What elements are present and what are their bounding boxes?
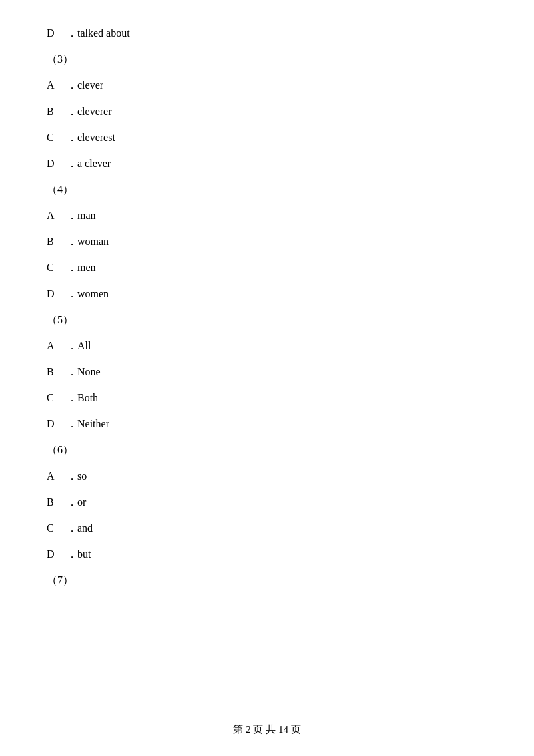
option-letter: D [47, 288, 67, 300]
option-text: woman [77, 236, 109, 248]
option-dot: ． [67, 105, 77, 119]
option-d-talked-about: D ． talked about [40, 27, 494, 41]
question-7-number: （7） [40, 574, 494, 588]
question-6-number: （6） [40, 443, 494, 457]
q5-option-b: B ． None [40, 365, 494, 379]
q6-option-b: B ． or [40, 496, 494, 510]
option-letter: B [47, 366, 67, 378]
option-letter: D [47, 27, 67, 39]
option-dot: ． [67, 339, 77, 353]
q4-option-a: A ． man [40, 209, 494, 223]
option-dot: ． [67, 417, 77, 431]
option-dot: ． [67, 235, 77, 249]
option-letter: C [47, 262, 67, 274]
question-4-number: （4） [40, 183, 494, 197]
option-dot: ． [67, 131, 77, 145]
option-letter: D [47, 548, 67, 560]
option-dot: ． [67, 469, 77, 484]
option-dot: ． [67, 157, 77, 171]
option-text: talked about [77, 27, 130, 39]
option-letter: C [47, 132, 67, 144]
option-dot: ． [67, 79, 77, 93]
q5-option-c: C ． Both [40, 391, 494, 405]
q6-option-a: A ． so [40, 469, 494, 484]
option-text: so [77, 470, 87, 482]
option-letter: C [47, 392, 67, 404]
page-footer: 第 2 页 共 14 页 [0, 723, 534, 736]
option-text: a clever [77, 158, 111, 170]
option-text: All [77, 340, 91, 352]
option-letter: A [47, 340, 67, 352]
option-letter: A [47, 470, 67, 482]
option-text: clever [77, 79, 103, 91]
option-dot: ． [67, 391, 77, 405]
option-letter: A [47, 79, 67, 91]
option-dot: ． [67, 522, 77, 536]
q6-option-c: C ． and [40, 522, 494, 536]
option-text: None [77, 366, 101, 378]
option-text: or [77, 496, 86, 508]
q6-option-d: D ． but [40, 548, 494, 562]
q4-option-d: D ． women [40, 287, 494, 301]
option-dot: ． [67, 496, 77, 510]
option-dot: ． [67, 287, 77, 301]
question-5-number: （5） [40, 313, 494, 327]
option-letter: D [47, 418, 67, 430]
q3-option-b: B ． cleverer [40, 105, 494, 119]
option-letter: C [47, 522, 67, 534]
question-3-number: （3） [40, 53, 494, 67]
q4-option-b: B ． woman [40, 235, 494, 249]
option-text: men [77, 262, 96, 274]
option-text: Both [77, 392, 98, 404]
q4-option-c: C ． men [40, 261, 494, 275]
q3-option-d: D ． a clever [40, 157, 494, 171]
option-text: Neither [77, 418, 109, 430]
option-letter: A [47, 210, 67, 222]
option-letter: B [47, 106, 67, 118]
option-letter: B [47, 496, 67, 508]
q5-option-a: A ． All [40, 339, 494, 353]
option-letter: B [47, 236, 67, 248]
option-text: and [77, 522, 93, 534]
option-dot: ． [67, 261, 77, 275]
option-text: man [77, 210, 96, 222]
option-text: women [77, 288, 109, 300]
option-text: cleverer [77, 106, 112, 118]
option-letter: D [47, 158, 67, 170]
q5-option-d: D ． Neither [40, 417, 494, 431]
option-dot: ． [67, 365, 77, 379]
option-dot: ． [67, 27, 77, 41]
q3-option-c: C ． cleverest [40, 131, 494, 145]
q3-option-a: A ． clever [40, 79, 494, 93]
page-content: D ． talked about （3） A ． clever B ． clev… [0, 0, 534, 640]
option-dot: ． [67, 548, 77, 562]
option-text: but [77, 548, 91, 560]
option-text: cleverest [77, 132, 115, 144]
option-dot: ． [67, 209, 77, 223]
